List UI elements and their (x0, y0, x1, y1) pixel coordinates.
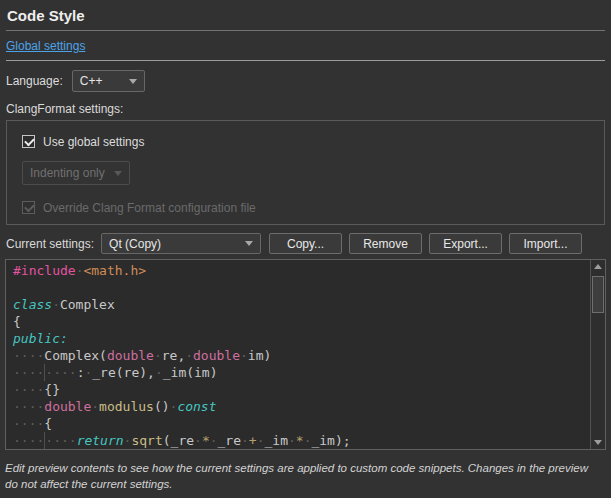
code-line: ····{ (13, 415, 605, 432)
clangformat-settings-group: Use global settings Indenting only Overr… (6, 120, 605, 225)
code-preview-editor[interactable]: #include·<math.h>class·Complex{public:··… (5, 259, 606, 450)
code-line: ········return·sqrt(_re·*·_re·+·_im·*·_i… (13, 432, 605, 449)
code-line: ····double·modulus()·const (13, 398, 605, 415)
copy-button[interactable]: Copy... (269, 233, 342, 254)
title-divider (6, 30, 605, 31)
current-settings-label: Current settings: (6, 237, 94, 251)
current-settings-row: Current settings: Qt (Copy) Copy... Remo… (6, 233, 605, 254)
language-row: Language: C++ (6, 70, 605, 92)
code-line: { (13, 313, 605, 330)
formatting-mode-value: Indenting only (30, 166, 105, 180)
override-clang-format-checkbox: Override Clang Format configuration file (22, 200, 604, 215)
import-button[interactable]: Import... (509, 233, 582, 254)
use-global-settings-label: Use global settings (43, 135, 144, 149)
remove-button[interactable]: Remove (349, 233, 422, 254)
checkbox-checked-icon (22, 201, 35, 214)
triangle-up-icon (594, 264, 602, 269)
code-editor-content[interactable]: #include·<math.h>class·Complex{public:··… (6, 260, 605, 449)
global-settings-link[interactable]: Global settings (6, 39, 85, 53)
section-divider (6, 60, 605, 61)
export-button[interactable]: Export... (429, 233, 502, 254)
page-title: Code Style (7, 7, 604, 24)
language-dropdown[interactable]: C++ (72, 70, 145, 92)
chevron-down-icon (114, 171, 122, 176)
current-settings-value: Qt (Copy) (109, 237, 161, 251)
clangformat-settings-label: ClangFormat settings: (6, 102, 605, 116)
language-label: Language: (6, 74, 63, 88)
code-style-settings-page: Code Style Global settings Language: C++… (0, 7, 611, 492)
chevron-down-icon (245, 241, 253, 246)
vertical-scrollbar[interactable] (590, 260, 605, 449)
use-global-settings-checkbox[interactable]: Use global settings (22, 134, 604, 149)
code-line: #include·<math.h> (13, 262, 605, 279)
triangle-down-icon (594, 440, 602, 445)
formatting-mode-dropdown: Indenting only (22, 161, 130, 185)
code-line: ····Complex(double·re,·double·im) (13, 347, 605, 364)
scrollbar-thumb[interactable] (592, 276, 604, 313)
code-line: class·Complex (13, 296, 605, 313)
language-value: C++ (80, 74, 103, 88)
help-text: Edit preview contents to see how the cur… (5, 460, 601, 492)
override-clang-format-label: Override Clang Format configuration file (43, 201, 256, 215)
code-line (13, 279, 605, 296)
code-line: ········:·_re(re),·_im(im) (13, 364, 605, 381)
code-line: public: (13, 330, 605, 347)
current-settings-dropdown[interactable]: Qt (Copy) (101, 233, 261, 254)
code-line: ····{} (13, 381, 605, 398)
chevron-down-icon (129, 79, 137, 84)
scroll-up-button[interactable] (591, 260, 605, 273)
checkbox-checked-icon (22, 135, 35, 148)
scroll-down-button[interactable] (591, 436, 605, 449)
